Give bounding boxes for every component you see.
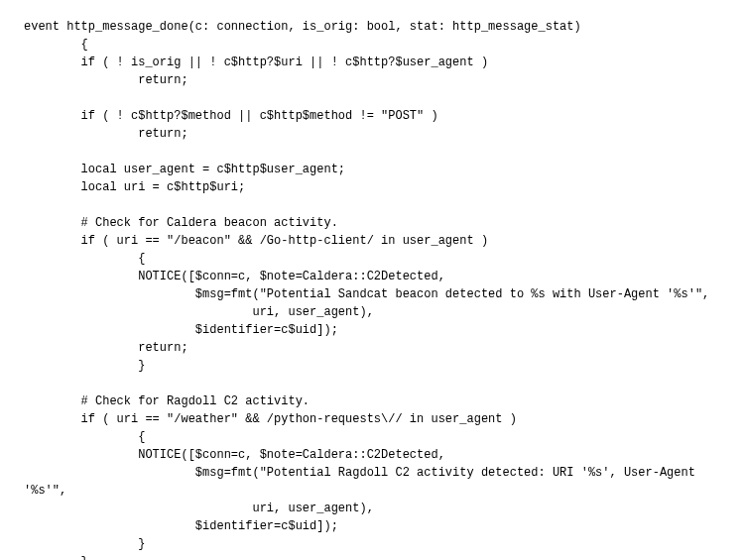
code-block: event http_message_done(c: connection, i… bbox=[0, 0, 744, 560]
